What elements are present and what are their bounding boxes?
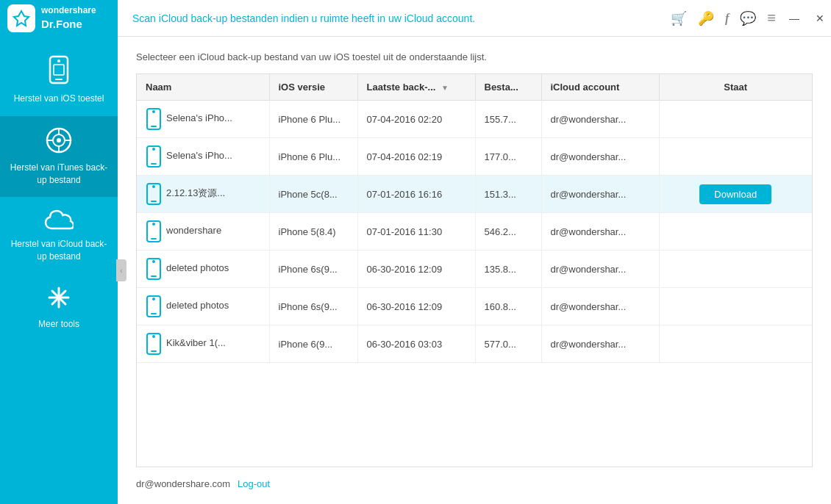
col-header-ios[interactable]: iOS versie	[269, 74, 357, 101]
col-header-size[interactable]: Besta...	[475, 74, 541, 101]
footer-area: dr@wondershare.com Log-out	[136, 478, 813, 489]
svg-point-29	[152, 260, 155, 263]
app-name: wondershare Dr.Fone	[41, 5, 96, 31]
table-body: Selena's iPho...iPhone 6 Plu...07-04-201…	[137, 101, 812, 363]
sidebar-toggle[interactable]: ‹	[116, 259, 126, 281]
cell-name: wondershare	[137, 213, 269, 251]
cell-name: 2.12.13资源...	[137, 176, 269, 213]
svg-rect-24	[151, 201, 157, 202]
sidebar-label-icloud: Herstel van iCloud back-up bestand	[7, 238, 110, 263]
cart-icon[interactable]: 🛒	[671, 10, 687, 26]
sidebar-label-ios: Herstel van iOS toestel	[14, 93, 104, 105]
sidebar-item-icloud-restore[interactable]: Herstel van iCloud back-up bestand	[0, 197, 118, 274]
logo-icon	[7, 4, 35, 32]
menu-icon[interactable]: ≡	[767, 10, 776, 26]
sidebar-label-tools: Meer tools	[38, 318, 79, 331]
table-row[interactable]: wondershareiPhone 5(8.4)07-01-2016 11:30…	[137, 213, 812, 251]
svg-point-2	[57, 60, 60, 62]
cell-size: 135.8...	[475, 251, 541, 288]
cell-name: deleted photos	[137, 251, 269, 288]
cell-state	[659, 138, 812, 176]
title-bar-icons: 🛒 🔑 f 💬 ≡	[671, 10, 776, 26]
chat-icon[interactable]: 💬	[740, 10, 756, 26]
minimize-button[interactable]: —	[783, 7, 805, 29]
col-header-name[interactable]: Naam	[137, 74, 269, 101]
sidebar-item-more-tools[interactable]: Meer tools	[0, 274, 118, 342]
key-icon[interactable]: 🔑	[698, 10, 714, 26]
col-header-backup[interactable]: Laatste back-... ▼	[357, 74, 475, 101]
sort-icon: ▼	[441, 84, 449, 92]
cell-size: 577.0...	[475, 325, 541, 363]
cell-backup: 07-01-2016 16:16	[357, 176, 475, 213]
svg-point-17	[152, 110, 155, 113]
cell-state	[659, 213, 812, 251]
cell-account: dr@wondershar...	[541, 213, 659, 251]
backup-table: Naam iOS versie Laatste back-... ▼ Besta…	[137, 74, 812, 363]
svg-rect-36	[151, 350, 157, 352]
header-message: Scan iCloud back-up bestanden indien u r…	[118, 12, 671, 24]
cell-ios: iPhone 6 Plu...	[269, 101, 357, 138]
svg-rect-33	[151, 313, 157, 314]
cell-state	[659, 288, 812, 325]
cell-name: Kik&viber 1(...	[137, 325, 269, 363]
sidebar: Herstel van iOS toestel Herstel van iTun…	[0, 37, 118, 504]
download-button[interactable]: Download	[699, 184, 771, 204]
phone-icon	[47, 55, 71, 88]
cell-ios: iPhone 6s(9...	[269, 251, 357, 288]
content-area: Selecteer een iCloud back-up bestand van…	[118, 37, 831, 504]
table-row[interactable]: deleted photosiPhone 6s(9...06-30-2016 1…	[137, 251, 812, 288]
logo-area: wondershare Dr.Fone	[0, 0, 118, 37]
svg-point-35	[152, 335, 155, 338]
cell-ios: iPhone 6 Plu...	[269, 138, 357, 176]
cell-backup: 07-01-2016 11:30	[357, 213, 475, 251]
cell-backup: 06-30-2016 03:03	[357, 325, 475, 363]
close-button[interactable]: ✕	[809, 7, 831, 29]
cell-account: dr@wondershar...	[541, 176, 659, 213]
cell-account: dr@wondershar...	[541, 288, 659, 325]
cell-ios: iPhone 6(9...	[269, 325, 357, 363]
cell-state	[659, 251, 812, 288]
sidebar-item-itunes-restore[interactable]: Herstel van iTunes back-up bestand	[0, 116, 118, 198]
table-row[interactable]: Kik&viber 1(...iPhone 6(9...06-30-2016 0…	[137, 325, 812, 363]
cell-account: dr@wondershar...	[541, 101, 659, 138]
svg-marker-0	[14, 11, 29, 26]
cell-ios: iPhone 5(8.4)	[269, 213, 357, 251]
col-header-state[interactable]: Staat	[659, 74, 812, 101]
table-header-row: Naam iOS versie Laatste back-... ▼ Besta…	[137, 74, 812, 101]
cell-backup: 06-30-2016 12:09	[357, 288, 475, 325]
cell-name: Selena's iPho...	[137, 101, 269, 138]
cell-name: Selena's iPho...	[137, 138, 269, 176]
tools-icon	[46, 285, 71, 314]
svg-point-20	[152, 148, 155, 151]
logout-link[interactable]: Log-out	[238, 478, 270, 489]
svg-rect-30	[151, 276, 157, 277]
cell-backup: 06-30-2016 12:09	[357, 251, 475, 288]
svg-rect-18	[151, 126, 157, 127]
cell-size: 160.8...	[475, 288, 541, 325]
svg-point-23	[152, 185, 155, 188]
cell-state[interactable]: Download	[659, 176, 812, 213]
cell-name: deleted photos	[137, 288, 269, 325]
sidebar-item-ios-restore[interactable]: Herstel van iOS toestel	[0, 44, 118, 116]
footer-email: dr@wondershare.com	[136, 478, 230, 489]
cell-account: dr@wondershar...	[541, 325, 659, 363]
col-header-account[interactable]: iCloud account	[541, 74, 659, 101]
backup-table-container[interactable]: Naam iOS versie Laatste back-... ▼ Besta…	[136, 73, 813, 467]
cloud-icon	[44, 208, 74, 234]
cell-ios: iPhone 6s(9...	[269, 288, 357, 325]
content-subtitle: Selecteer een iCloud back-up bestand van…	[136, 51, 813, 62]
facebook-icon[interactable]: f	[725, 12, 729, 25]
svg-rect-3	[55, 79, 63, 80]
cell-backup: 07-04-2016 02:20	[357, 101, 475, 138]
cell-ios: iPhone 5c(8...	[269, 176, 357, 213]
table-row[interactable]: Selena's iPho...iPhone 6 Plu...07-04-201…	[137, 138, 812, 176]
cell-size: 546.2...	[475, 213, 541, 251]
cell-size: 155.7...	[475, 101, 541, 138]
table-row[interactable]: Selena's iPho...iPhone 6 Plu...07-04-201…	[137, 101, 812, 138]
svg-rect-21	[151, 163, 157, 165]
window-controls: — ✕	[783, 7, 831, 29]
table-row[interactable]: 2.12.13资源...iPhone 5c(8...07-01-2016 16:…	[137, 176, 812, 213]
cell-state	[659, 101, 812, 138]
cell-backup: 07-04-2016 02:19	[357, 138, 475, 176]
table-row[interactable]: deleted photosiPhone 6s(9...06-30-2016 1…	[137, 288, 812, 325]
